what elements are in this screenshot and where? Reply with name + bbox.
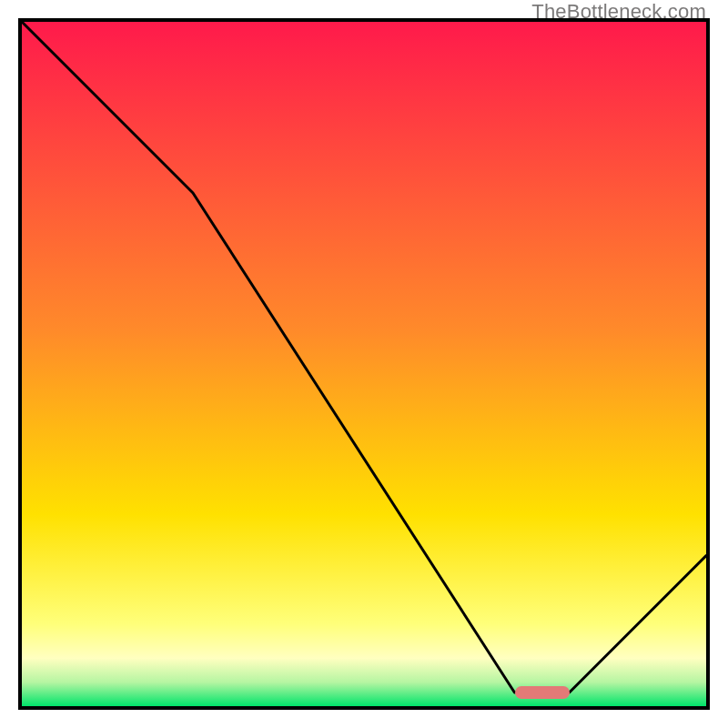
optimal-marker <box>515 686 570 699</box>
svg-rect-0 <box>22 22 706 706</box>
chart-background-gradient <box>22 22 706 706</box>
chart-frame <box>18 18 710 710</box>
